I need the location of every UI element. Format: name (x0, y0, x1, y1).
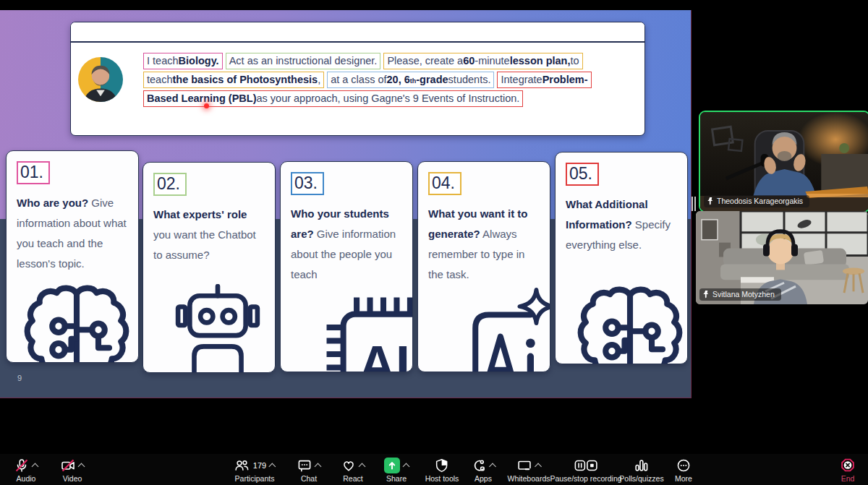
share-icon (384, 458, 400, 473)
card-text: What you want it to generate? Always rem… (428, 204, 540, 285)
toolbar-end-button[interactable]: End (841, 458, 856, 483)
highlight-approach: Integrate Problem- (497, 72, 591, 88)
chevron-up-icon[interactable] (269, 463, 276, 470)
mic-muted-icon (14, 458, 29, 473)
info-card-03: 03. Who your students are? Give informat… (280, 161, 413, 372)
svg-text:AI: AI (358, 335, 410, 372)
participants-icon (234, 458, 250, 473)
record-controls-icon (574, 458, 598, 473)
participant-name-label: Theodosis Karageorgakis (704, 195, 809, 207)
card-number-badge: 03. (291, 172, 324, 195)
meeting-toolbar: Audio Video 179 Participants Chat React … (0, 454, 868, 485)
highlight-approach: Based Learning (PBL) as your approach, u… (143, 90, 523, 107)
toolbar-audio-button[interactable]: Audio (14, 458, 38, 483)
toolbar-pause-stop-recording-button[interactable]: Pause/stop recording (550, 458, 621, 483)
toolbar-item-label: Pause/stop recording (550, 474, 621, 483)
participant-name: Theodosis Karageorgakis (717, 197, 803, 205)
chevron-up-icon[interactable] (315, 463, 322, 470)
brain-circuit-icon (22, 283, 131, 363)
info-card-04: 04. What you want it to generate? Always… (417, 161, 550, 372)
prompt-card-titlebar (71, 22, 644, 43)
polls-icon (634, 458, 650, 473)
chat-icon (297, 458, 312, 473)
slide-page-number: 9 (17, 374, 22, 382)
participant-name: Svitlana Motyzhen (712, 290, 775, 299)
toolbar-item-label: Chat (301, 474, 317, 483)
card-text: Who your students are? Give information … (291, 204, 402, 285)
toolbar-item-label: Share (386, 474, 407, 483)
toolbar-more-button[interactable]: More (675, 458, 692, 483)
toolbar-item-label: Apps (475, 474, 492, 483)
card-text: What Additional Information? Specify eve… (566, 194, 677, 255)
apps-icon (472, 458, 487, 473)
ai-doc-sparkle-icon (447, 285, 550, 372)
brain-circuit-icon (576, 284, 684, 364)
toolbar-item-label: Polls/quizzes (619, 474, 663, 483)
toolbar-chat-button[interactable]: Chat (297, 458, 320, 483)
participant-name-label: Svitlana Motyzhen (699, 288, 781, 301)
toolbar-item-label: Whiteboards (508, 474, 550, 483)
shared-screen: I teach Biology.Act as an instructional … (0, 10, 692, 398)
highlight-audience: at a class of 20, 6th-grade students. (327, 72, 494, 88)
toolbar-polls-quizzes-button[interactable]: Polls/quizzes (619, 458, 663, 483)
toolbar-item-label: Video (63, 474, 82, 483)
toolbar-item-label: End (841, 474, 855, 483)
chevron-up-icon[interactable] (32, 463, 39, 470)
end-icon (841, 458, 856, 473)
card-number-badge: 05. (566, 163, 599, 186)
chevron-up-icon[interactable] (535, 463, 542, 470)
toolbar-item-label: Participants (235, 474, 275, 483)
ai-chip-icon: AI (318, 289, 413, 372)
toolbar-item-label: Host tools (425, 474, 459, 483)
toolbar-item-label: React (343, 474, 362, 483)
chevron-up-icon[interactable] (489, 463, 496, 470)
card-number-badge: 02. (153, 173, 187, 196)
presenter-avatar (78, 57, 123, 102)
info-card-05: 05. What Additional Information? Specify… (555, 152, 688, 364)
card-number-badge: 04. (428, 172, 461, 195)
panel-drag-handle[interactable] (692, 197, 696, 211)
react-icon (341, 458, 356, 473)
prompt-text: I teach Biology.Act as an instructional … (143, 53, 592, 109)
chevron-up-icon[interactable] (403, 463, 410, 470)
video-muted-icon (61, 458, 75, 473)
toolbar-item-label: Audio (17, 474, 36, 483)
highlight-subject: I teach Biology. (143, 53, 223, 69)
pin-icon (707, 197, 714, 205)
laser-pointer-dot (204, 103, 209, 108)
host-tools-icon (435, 458, 449, 473)
highlight-task: teach the basics of Photosynthesis, (143, 72, 324, 88)
toolbar-share-button[interactable]: Share (384, 458, 409, 483)
toolbar-apps-button[interactable]: Apps (472, 458, 495, 483)
toolbar-react-button[interactable]: React (341, 458, 365, 483)
toolbar-host-tools-button[interactable]: Host tools (425, 458, 459, 483)
toolbar-whiteboards-button[interactable]: Whiteboards (508, 458, 550, 483)
video-tile-2[interactable]: Svitlana Motyzhen (696, 211, 868, 304)
whiteboards-icon (516, 458, 532, 473)
pin-icon (703, 291, 710, 299)
chevron-up-icon[interactable] (359, 463, 366, 470)
toolbar-video-button[interactable]: Video (61, 458, 84, 483)
card-text: Who are you? Give information about what… (17, 193, 128, 274)
chevron-up-icon[interactable] (78, 463, 85, 470)
toolbar-item-label: More (675, 474, 692, 483)
info-card-02: 02. What experts' role you want the Chat… (142, 162, 276, 373)
highlight-role: Act as an instructional designer. (226, 53, 381, 69)
more-icon (676, 458, 691, 473)
zoom-meeting-window: I teach Biology.Act as an instructional … (0, 0, 868, 485)
card-number-badge: 01. (17, 161, 50, 184)
participants-count-badge: 179 (253, 461, 266, 470)
robot-icon (174, 284, 262, 373)
highlight-task: Please, create a 60-minute lesson plan, … (383, 53, 582, 69)
toolbar-participants-button[interactable]: 179 Participants (234, 458, 275, 483)
prompt-card: I teach Biology.Act as an instructional … (70, 22, 645, 136)
video-tile-1[interactable]: Theodosis Karageorgakis (699, 111, 868, 213)
card-text: What experts' role you want the Chatbot … (153, 205, 265, 265)
info-card-01: 01. Who are you? Give information about … (6, 150, 139, 363)
